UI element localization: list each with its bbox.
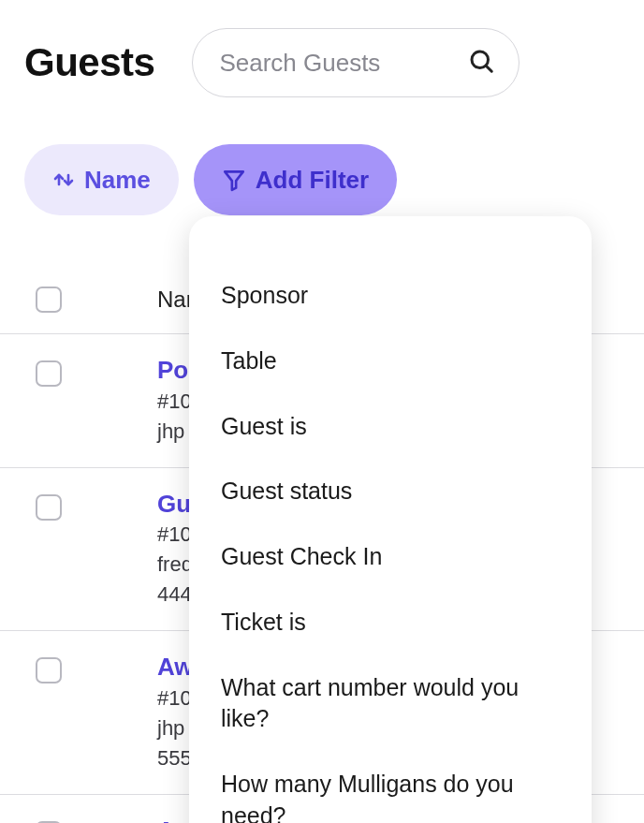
add-filter-button[interactable]: Add Filter bbox=[194, 144, 397, 215]
filter-dropdown: Sponsor Table Guest is Guest status Gues… bbox=[189, 216, 592, 823]
row-checkbox[interactable] bbox=[36, 657, 62, 683]
filter-option-cart-number[interactable]: What cart number would you like? bbox=[189, 655, 592, 753]
select-all-checkbox[interactable] bbox=[36, 287, 62, 313]
sort-button[interactable]: Name bbox=[24, 144, 179, 215]
row-checkbox[interactable] bbox=[36, 494, 62, 521]
page-title: Guests bbox=[24, 40, 154, 85]
filter-option-guest-status[interactable]: Guest status bbox=[189, 459, 592, 524]
svg-marker-2 bbox=[225, 171, 243, 190]
filter-option-mulligans[interactable]: How many Mulligans do you need? bbox=[189, 752, 592, 823]
filter-icon bbox=[222, 168, 246, 192]
row-checkbox[interactable] bbox=[36, 360, 62, 387]
filter-option-sponsor[interactable]: Sponsor bbox=[189, 263, 592, 329]
search-icon[interactable] bbox=[467, 47, 495, 79]
filter-option-table[interactable]: Table bbox=[189, 329, 592, 394]
filter-option-ticket-is[interactable]: Ticket is bbox=[189, 590, 592, 655]
sort-label: Name bbox=[84, 166, 151, 195]
sort-icon bbox=[52, 169, 75, 191]
filter-option-guest-is[interactable]: Guest is bbox=[189, 394, 592, 460]
svg-line-1 bbox=[487, 66, 492, 71]
filter-option-guest-check-in[interactable]: Guest Check In bbox=[189, 524, 592, 590]
search-container bbox=[192, 28, 520, 97]
add-filter-label: Add Filter bbox=[256, 166, 369, 195]
